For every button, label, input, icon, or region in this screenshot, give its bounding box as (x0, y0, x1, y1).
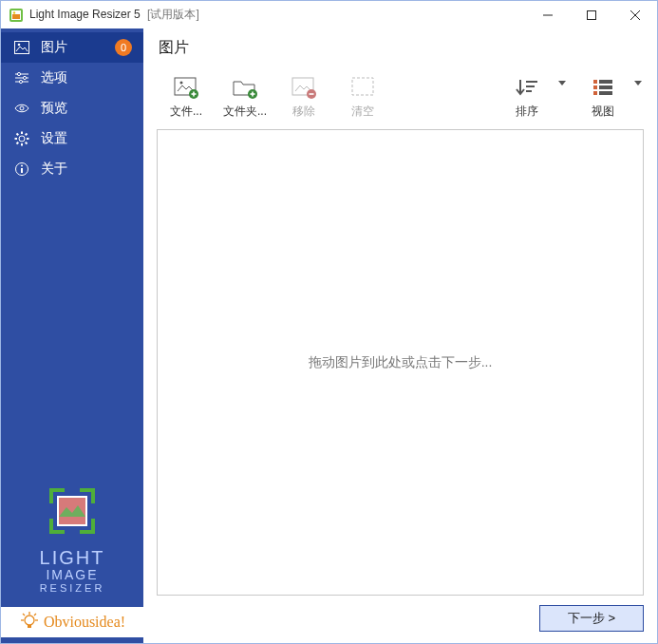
page-title: 图片 (159, 38, 644, 58)
svg-point-16 (20, 106, 24, 110)
svg-rect-58 (599, 80, 612, 84)
next-button[interactable]: 下一步 > (539, 605, 644, 632)
sort-icon (515, 73, 539, 102)
gear-icon (12, 131, 31, 146)
close-button[interactable] (613, 1, 657, 29)
svg-rect-60 (599, 91, 612, 95)
image-icon (12, 41, 31, 54)
sidebar-item-label: 设置 (41, 130, 132, 147)
svg-rect-8 (15, 42, 29, 54)
svg-rect-55 (593, 80, 597, 84)
eye-icon (12, 102, 31, 115)
add-folder-button[interactable]: 文件夹... (216, 73, 274, 120)
window-title: Light Image Resizer 5 [试用版本] (29, 7, 199, 23)
svg-line-22 (17, 134, 19, 136)
svg-point-39 (180, 82, 183, 85)
svg-line-36 (23, 614, 25, 616)
app-icon (9, 8, 24, 23)
svg-line-24 (26, 134, 28, 136)
lightbulb-icon (19, 612, 40, 633)
view-button[interactable]: 视图 (573, 73, 632, 120)
clear-button: 清空 (333, 73, 392, 120)
svg-rect-56 (593, 85, 597, 89)
sidebar-item-images[interactable]: 图片 0 (1, 32, 143, 63)
svg-line-23 (26, 142, 28, 144)
chevron-down-icon[interactable] (632, 81, 644, 85)
svg-point-17 (19, 136, 25, 142)
minimize-button[interactable] (526, 1, 570, 29)
view-icon (591, 73, 615, 102)
clear-icon (350, 73, 375, 102)
sort-button[interactable]: 排序 (498, 73, 556, 120)
svg-point-3 (13, 11, 15, 13)
vendor-brand[interactable]: Obviousidea! (1, 607, 143, 637)
add-file-button[interactable]: 文件... (157, 73, 216, 120)
svg-line-25 (17, 142, 19, 144)
sidebar-item-settings[interactable]: 设置 (1, 123, 143, 154)
file-remove-icon (291, 73, 317, 102)
drop-zone[interactable]: 拖动图片到此处或点击下一步... (157, 129, 644, 596)
svg-rect-32 (28, 625, 31, 628)
svg-line-37 (34, 614, 36, 616)
sidebar-item-label: 图片 (41, 39, 115, 56)
svg-point-9 (18, 44, 21, 47)
sliders-icon (12, 71, 31, 85)
sidebar-item-preview[interactable]: 预览 (1, 93, 143, 123)
main-panel: 图片 文件... 文件夹... 移除 (143, 28, 657, 643)
svg-rect-2 (12, 14, 20, 19)
svg-marker-61 (634, 81, 642, 85)
sidebar-item-label: 预览 (41, 100, 132, 117)
svg-rect-59 (599, 85, 612, 89)
drop-zone-placeholder: 拖动图片到此处或点击下一步... (309, 354, 493, 371)
sidebar-item-about[interactable]: 关于 (1, 154, 143, 184)
sidebar-item-label: 选项 (41, 69, 132, 86)
count-badge: 0 (115, 39, 132, 56)
maximize-button[interactable] (570, 1, 613, 29)
svg-point-15 (19, 80, 22, 83)
remove-button: 移除 (274, 73, 333, 120)
toolbar: 文件... 文件夹... 移除 清空 (157, 71, 644, 125)
svg-point-28 (21, 165, 23, 167)
sidebar-item-label: 关于 (41, 161, 132, 178)
svg-point-31 (25, 616, 34, 625)
product-logo (46, 484, 99, 538)
folder-add-icon (232, 73, 258, 102)
sidebar: 图片 0 选项 预览 设置 (1, 28, 143, 643)
svg-rect-49 (352, 78, 373, 95)
svg-point-13 (17, 72, 20, 75)
titlebar: Light Image Resizer 5 [试用版本] (0, 0, 658, 28)
file-add-icon (173, 73, 199, 102)
info-icon (12, 161, 31, 177)
svg-rect-57 (593, 91, 597, 95)
sidebar-item-options[interactable]: 选项 (1, 63, 143, 93)
product-name: LIGHT IMAGE RESIZER (40, 547, 105, 594)
svg-marker-54 (558, 81, 566, 85)
svg-point-14 (23, 76, 26, 79)
svg-rect-5 (588, 10, 596, 19)
chevron-down-icon[interactable] (556, 81, 568, 85)
